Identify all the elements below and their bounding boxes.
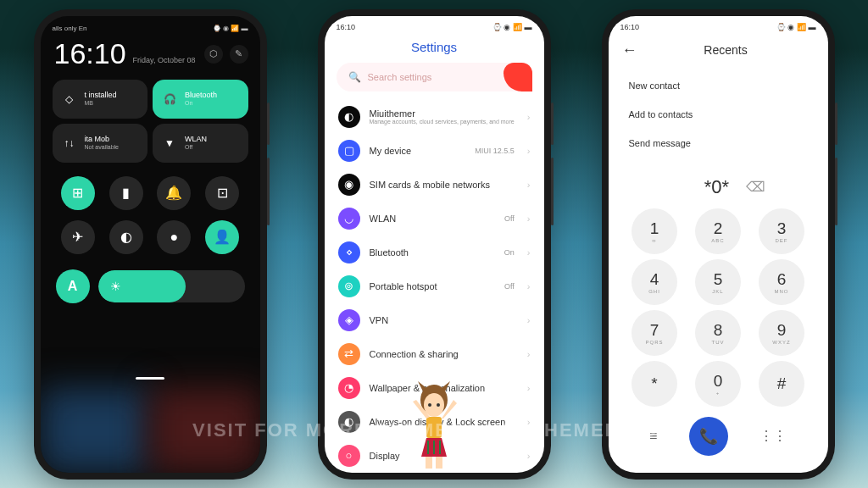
qs-toggle[interactable]: 👤 bbox=[205, 220, 239, 254]
contact-action[interactable]: Add to contacts bbox=[629, 100, 808, 129]
backspace-button[interactable]: ⌫ bbox=[746, 179, 765, 195]
dial-key-2[interactable]: 2ABC bbox=[695, 208, 741, 254]
chevron-right-icon: › bbox=[527, 281, 531, 291]
phone-quick-settings: alls only En ⌚ ◉ 📶 ▬ 16:10 Friday, Octob… bbox=[34, 9, 267, 480]
dial-key-3[interactable]: 3DEF bbox=[759, 208, 804, 254]
item-icon: ◉ bbox=[338, 174, 360, 196]
settings-item[interactable]: ◈VPN› bbox=[325, 303, 544, 337]
dial-key-7[interactable]: 7PQRS bbox=[632, 310, 677, 356]
chevron-right-icon: › bbox=[527, 349, 531, 359]
dial-key-5[interactable]: 5JKL bbox=[695, 259, 741, 305]
item-icon: ◔ bbox=[338, 377, 360, 399]
settings-item[interactable]: ⇄Connection & sharing› bbox=[325, 337, 544, 371]
tile-icon: ↑↓ bbox=[61, 135, 78, 152]
settings-item[interactable]: ▢My deviceMIUI 12.5.5› bbox=[325, 134, 544, 168]
qs-toggle[interactable]: ✈ bbox=[61, 220, 95, 254]
edit-icon[interactable]: ✎ bbox=[230, 45, 248, 64]
settings-icon[interactable]: ⬡ bbox=[204, 45, 223, 64]
contact-action[interactable]: New contact bbox=[629, 71, 808, 100]
tile-icon: ◇ bbox=[61, 91, 78, 108]
settings-item[interactable]: ⋄BluetoothOn› bbox=[325, 236, 544, 269]
chevron-right-icon: › bbox=[527, 214, 531, 224]
qs-toggle[interactable]: ● bbox=[157, 220, 191, 254]
item-icon: ◡ bbox=[338, 208, 360, 230]
auto-brightness-toggle[interactable]: A bbox=[56, 269, 90, 303]
tile-icon: ▼ bbox=[161, 135, 178, 152]
item-icon: ▢ bbox=[338, 140, 360, 162]
back-button[interactable]: ← bbox=[622, 42, 637, 59]
dial-key-6[interactable]: 6MNO bbox=[759, 259, 804, 305]
qs-toggle[interactable]: ⊞ bbox=[61, 176, 95, 210]
page-title: Recents bbox=[637, 43, 815, 57]
dialed-number: *0* bbox=[704, 176, 729, 198]
chevron-right-icon: › bbox=[527, 315, 531, 325]
search-icon: 🔍 bbox=[348, 71, 361, 83]
settings-item[interactable]: ◔Wallpaper & personalization› bbox=[325, 371, 544, 405]
status-bar: 16:10⌚ ◉ 📶 ▬ bbox=[325, 16, 544, 35]
brightness-slider[interactable]: ☀ bbox=[98, 270, 245, 302]
dial-key-0[interactable]: 0+ bbox=[695, 361, 741, 407]
date-display: Friday, October 08 bbox=[133, 56, 196, 64]
qs-tile[interactable]: ↑↓ita MobNot available bbox=[53, 124, 148, 163]
brightness-icon: ☀ bbox=[110, 280, 121, 293]
settings-item[interactable]: ○Display› bbox=[325, 439, 544, 473]
item-icon: ○ bbox=[338, 445, 360, 467]
item-icon: ⊚ bbox=[338, 275, 360, 297]
call-button[interactable]: 📞 bbox=[689, 417, 728, 456]
settings-item[interactable]: ◐Always-on display & Lock screen› bbox=[325, 405, 544, 439]
drag-handle[interactable] bbox=[136, 377, 164, 380]
qs-toggle[interactable]: ◐ bbox=[109, 220, 143, 254]
status-bar: alls only En ⌚ ◉ 📶 ▬ bbox=[41, 16, 260, 37]
settings-item[interactable]: ◉SIM cards & mobile networks› bbox=[325, 168, 544, 202]
item-icon: ◐ bbox=[338, 106, 360, 128]
item-icon: ◈ bbox=[338, 309, 360, 331]
status-bar: 16:10⌚ ◉ 📶 ▬ bbox=[609, 16, 828, 35]
contact-action[interactable]: Send message bbox=[629, 129, 808, 158]
qs-toggle[interactable]: 🔔 bbox=[157, 176, 191, 210]
settings-item[interactable]: ⊚Portable hotspotOff› bbox=[325, 269, 544, 303]
chevron-right-icon: › bbox=[527, 383, 531, 393]
dial-key-*[interactable]: * bbox=[632, 361, 677, 407]
chevron-right-icon: › bbox=[527, 451, 531, 461]
menu-button[interactable]: ≡ bbox=[649, 429, 657, 444]
qs-tile[interactable]: 🎧BluetoothOn bbox=[153, 80, 248, 119]
phone-settings: 16:10⌚ ◉ 📶 ▬ Settings 🔍 Search settings … bbox=[318, 9, 551, 480]
qs-tile[interactable]: ▼WLANOff bbox=[153, 124, 248, 163]
chevron-right-icon: › bbox=[527, 146, 531, 156]
item-icon: ⋄ bbox=[338, 241, 360, 263]
qs-tile[interactable]: ◇t installedMB bbox=[53, 80, 148, 119]
chevron-right-icon: › bbox=[527, 180, 531, 190]
time-display: 16:10 bbox=[54, 39, 126, 68]
phone-dialer: 16:10⌚ ◉ 📶 ▬ ← Recents New contactAdd to… bbox=[602, 9, 835, 480]
dial-key-#[interactable]: # bbox=[759, 361, 804, 407]
chevron-right-icon: › bbox=[527, 247, 531, 258]
item-icon: ⇄ bbox=[338, 343, 360, 365]
chevron-right-icon: › bbox=[527, 112, 531, 122]
qs-toggle[interactable]: ▮ bbox=[109, 176, 143, 210]
page-title: Settings bbox=[325, 35, 544, 63]
grid-button[interactable]: ⋮⋮ bbox=[760, 428, 787, 444]
chevron-right-icon: › bbox=[527, 417, 531, 427]
search-input[interactable]: 🔍 Search settings bbox=[337, 63, 532, 92]
qs-toggle[interactable]: ⊡ bbox=[205, 176, 239, 210]
dial-key-1[interactable]: 1∞ bbox=[632, 208, 677, 254]
dial-key-9[interactable]: 9WXYZ bbox=[759, 310, 804, 356]
tile-icon: 🎧 bbox=[161, 91, 178, 108]
settings-item[interactable]: ◡WLANOff› bbox=[325, 202, 544, 236]
dial-key-4[interactable]: 4GHI bbox=[632, 259, 677, 305]
settings-item[interactable]: ◐MiuithemerManage accounts, cloud servic… bbox=[325, 100, 544, 134]
item-icon: ◐ bbox=[338, 411, 360, 433]
dial-key-8[interactable]: 8TUV bbox=[695, 310, 741, 356]
